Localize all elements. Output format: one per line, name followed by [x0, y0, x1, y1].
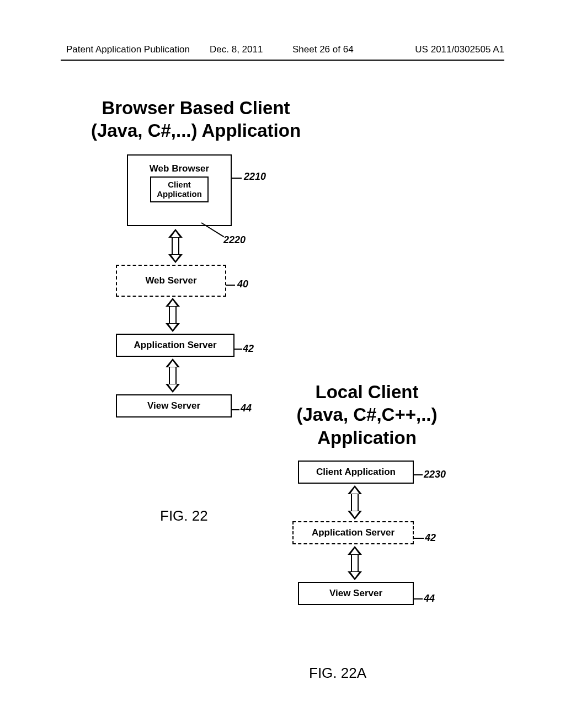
- ref-44-b: 44: [424, 593, 435, 604]
- node-view-server-2: View Server: [298, 582, 414, 605]
- ref-42-b: 42: [425, 532, 436, 544]
- figure-caption-22: FIG. 22: [160, 507, 208, 524]
- bidirectional-arrow-icon: [348, 485, 362, 520]
- node-application-server-2: Application Server: [292, 521, 414, 544]
- title-line: Browser Based Client: [86, 97, 306, 119]
- header-rule: [61, 60, 504, 61]
- view-server-label: View Server: [329, 588, 382, 599]
- node-web-server: Web Server: [116, 265, 226, 297]
- view-server-label: View Server: [147, 400, 200, 411]
- publication-label: Patent Application Publication: [66, 44, 190, 55]
- leader-line: [232, 409, 239, 410]
- leader-line: [234, 349, 242, 350]
- diagram-title-browser: Browser Based Client (Java, C#,...) Appl…: [86, 97, 306, 142]
- client-application-label: Client Application: [316, 467, 396, 478]
- page-header: Patent Application Publication Dec. 8, 2…: [0, 44, 565, 55]
- ref-2210: 2210: [244, 171, 266, 183]
- bidirectional-arrow-icon: [168, 229, 183, 263]
- ref-42: 42: [243, 343, 254, 355]
- bidirectional-arrow-icon: [166, 298, 180, 332]
- bidirectional-arrow-icon: [166, 358, 180, 393]
- ref-2220: 2220: [223, 234, 246, 246]
- leader-line: [232, 178, 242, 179]
- title-line: Local Client: [276, 381, 458, 403]
- title-line: Application: [276, 426, 458, 449]
- node-client-application-inner: Client Application: [150, 176, 209, 202]
- title-line: (Java, C#,C++,..): [276, 403, 458, 426]
- title-line: (Java, C#,...) Application: [86, 119, 306, 142]
- publication-date: Dec. 8, 2011: [210, 44, 263, 55]
- leader-line: [414, 598, 423, 599]
- application-server-label: Application Server: [312, 527, 395, 538]
- client-app-line2: Application: [157, 189, 202, 199]
- node-web-browser: Web Browser Client Application: [127, 154, 232, 226]
- figure-caption-22a: FIG. 22A: [309, 665, 366, 682]
- web-server-label: Web Server: [145, 275, 196, 286]
- leader-line: [226, 285, 235, 286]
- node-view-server: View Server: [116, 394, 232, 417]
- diagram-title-local: Local Client (Java, C#,C++,..) Applicati…: [276, 381, 458, 449]
- node-application-server: Application Server: [116, 334, 234, 357]
- sheet-number: Sheet 26 of 64: [292, 44, 354, 55]
- application-server-label: Application Server: [134, 340, 216, 351]
- ref-44: 44: [241, 403, 252, 414]
- ref-40: 40: [237, 279, 248, 290]
- publication-number: US 2011/0302505 A1: [415, 44, 504, 55]
- web-browser-label: Web Browser: [150, 163, 209, 174]
- leader-line: [414, 474, 423, 475]
- client-app-line1: Client: [157, 180, 202, 189]
- bidirectional-arrow-icon: [348, 546, 362, 580]
- node-client-application: Client Application: [298, 461, 414, 484]
- leader-line: [414, 538, 424, 539]
- ref-2230: 2230: [424, 469, 446, 480]
